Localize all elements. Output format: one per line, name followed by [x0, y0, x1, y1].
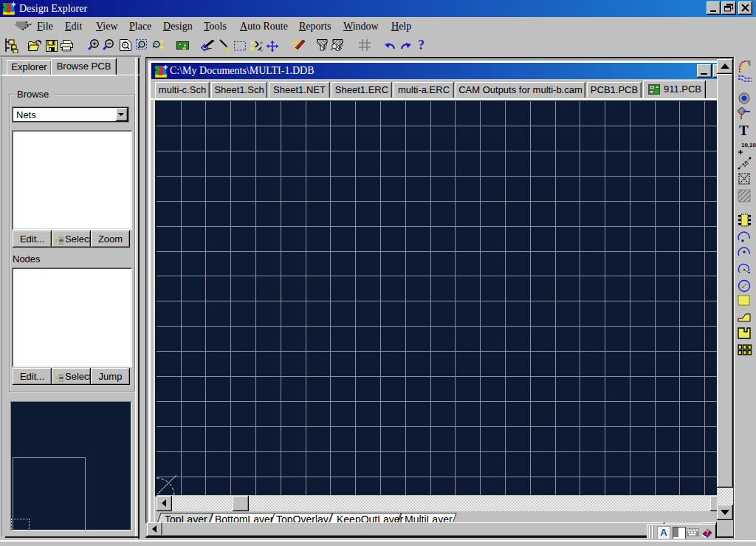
- svg-text:T: T: [739, 123, 749, 138]
- svg-text:?: ?: [704, 528, 709, 536]
- svg-text:10,10: 10,10: [741, 142, 756, 149]
- svg-text:10: 10: [740, 159, 750, 168]
- svg-text:?: ?: [418, 38, 425, 52]
